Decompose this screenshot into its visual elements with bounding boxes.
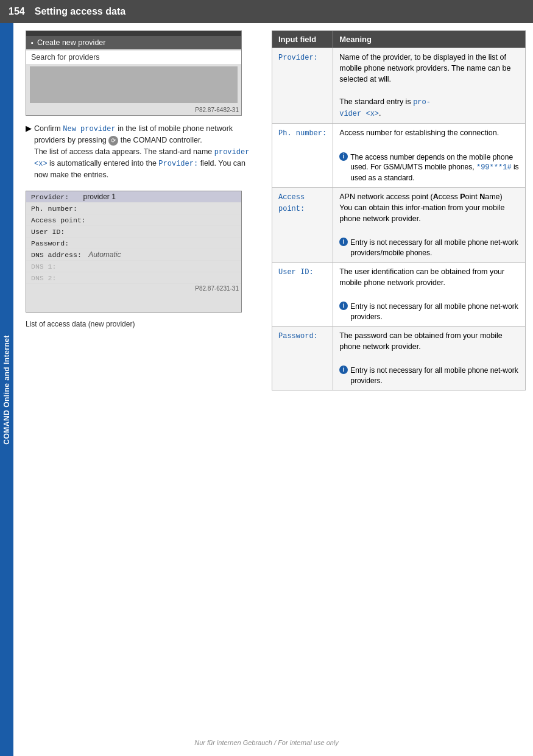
page-number: 154 [9,6,25,17]
data-list-provider-row: Provider: provider 1 [26,191,241,203]
info-block-access: i Entry is not necessary for all mobile … [339,238,519,258]
data-list-ph-row: Ph. number: [26,203,241,214]
page-title: Setting access data [35,6,125,17]
table-row: Accesspoint: APN network access point (A… [272,187,526,262]
sidebar-label: COMAND Online and Internet [0,23,13,756]
table-row: Password: The password can be obtained f… [272,326,526,390]
table-header-row: Input field Meaning [272,31,526,48]
meaning-password: The password can be obtained from your m… [333,326,526,390]
description-block: ▶ Confirm New provider in the list of mo… [26,123,259,187]
meaning-provider: Name of the provider, to be displayed in… [333,48,526,124]
info-block-userid: i Entry is not necessary for all mobile … [339,302,519,322]
menu-item-create: ▪ Create new provider [26,36,241,49]
info-block-password: i Entry is not necessary for all mobile … [339,366,519,386]
data-table: Input field Meaning Provider: Name of th… [272,30,526,390]
data-list-dns-row: DNS address: Automatic [26,249,241,261]
info-icon: i [339,302,348,310]
right-column: Input field Meaning Provider: Name of th… [269,30,533,756]
field-ph-number: Ph. number: [272,124,333,188]
main-content: ▪ Create new provider Search for provide… [13,23,533,756]
field-access-point: Accesspoint: [272,187,333,262]
screenshot-data-list: Provider: provider 1 Ph. number: Access … [26,191,242,313]
col-header-field: Input field [272,31,333,48]
table-row: User ID: The user identification can be … [272,263,526,327]
info-icon: i [339,152,348,161]
footer-text: Nur für internen Gebrauch / For internal… [194,739,339,746]
meaning-user-id: The user identification can be obtained … [333,263,526,327]
info-block-ph: i The access number depends on the mobil… [339,152,519,183]
description-text: Confirm New provider in the list of mobi… [34,123,259,181]
field-provider: Provider: [272,48,333,124]
data-list-dns2-row: DNS 2: [26,272,241,284]
field-password: Password: [272,326,333,390]
page-header: 154 Setting access data [0,0,533,23]
data-list-userid-row: User ID: [26,226,241,238]
info-icon: i [339,238,348,246]
screenshot2-code: P82.87-6231-31 [26,284,241,293]
data-list-password-row: Password: [26,238,241,249]
menu-item-search: Search for providers [26,51,241,64]
field-user-id: User ID: [272,263,333,327]
screenshot1-code: P82.87-6482-31 [26,105,241,115]
col-header-meaning: Meaning [333,31,526,48]
table-row: Ph. number: Access number for establishi… [272,124,526,188]
info-icon: i [339,366,348,374]
table-row: Provider: Name of the provider, to be di… [272,48,526,124]
new-provider-mono: New provider [63,125,115,133]
data-list-access-row: Access point: [26,214,241,226]
provider-x-mono: provider <x> [34,148,249,168]
page-footer: Nur für internen Gebrauch / For internal… [0,739,533,746]
meaning-access-point: APN network access point (Access Point N… [333,187,526,262]
sidebar-text: COMAND Online and Internet [2,335,11,445]
screenshot-caption: List of access data (new provider) [26,320,259,328]
screenshot-create-provider: ▪ Create new provider Search for provide… [26,30,242,116]
arrow-symbol: ▶ [26,124,32,133]
meaning-ph-number: Access number for establishing the conne… [333,124,526,188]
data-list-dns1-row: DNS 1: [26,261,241,272]
provider-field-mono: Provider: [158,160,198,168]
left-column: ▪ Create new provider Search for provide… [13,30,269,756]
